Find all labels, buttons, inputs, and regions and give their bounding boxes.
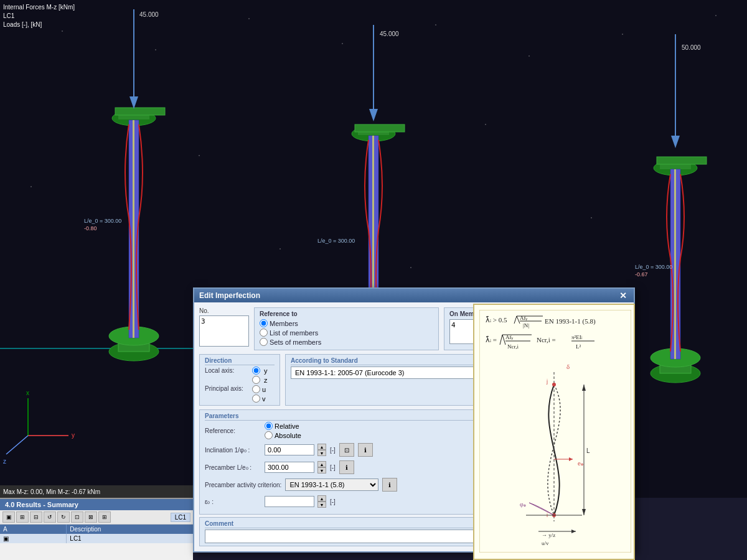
precamber-info-btn[interactable]: ℹ: [339, 460, 354, 474]
svg-point-81: [552, 383, 556, 386]
activity-select[interactable]: EN 1993-1-1 (5.8): [285, 478, 378, 491]
tb-btn-2[interactable]: ⊞: [16, 511, 29, 523]
principal-label: Principal axis:: [205, 385, 248, 392]
radio-absolute-input[interactable]: [265, 431, 273, 439]
svg-rect-29: [133, 120, 134, 338]
col-header-a: A: [0, 525, 67, 534]
radio-absolute-label: Absolute: [275, 432, 301, 439]
tb-btn-4[interactable]: ↺: [44, 511, 56, 523]
direction-section: Direction Local axis: y z Principal axis…: [199, 354, 280, 406]
svg-text:Ncr,i =: Ncr,i =: [537, 336, 556, 343]
no-label: No.: [199, 307, 249, 314]
activity-info-btn[interactable]: ℹ: [382, 478, 397, 492]
radio-v-label: v: [262, 395, 266, 403]
tb-btn-1[interactable]: ▣: [2, 511, 15, 523]
radio-v-input[interactable]: [252, 394, 260, 403]
radio-z-label: z: [264, 376, 268, 384]
svg-text:eₒ: eₒ: [578, 459, 584, 467]
svg-text:z: z: [3, 458, 6, 465]
row-label: LC1: [67, 534, 193, 543]
e0-spinner[interactable]: ▲ ▼: [317, 495, 326, 508]
viewport-labels: Internal Forces M-z [kNm] LC1 Loads [-],…: [3, 3, 75, 29]
inclination-info-btn[interactable]: ℹ: [358, 443, 373, 457]
radio-members-label: Members: [270, 320, 298, 327]
svg-point-10: [199, 155, 200, 156]
inclination-spinner[interactable]: ▲ ▼: [317, 444, 326, 456]
lc-tag[interactable]: LC1: [171, 513, 190, 522]
svg-text:45.000: 45.000: [139, 11, 159, 18]
reference-label: Reference:: [205, 427, 261, 434]
local-axis-row: Local axis: y: [205, 366, 275, 375]
tb-btn-3[interactable]: ⊟: [30, 511, 42, 523]
svg-point-14: [410, 267, 411, 268]
svg-rect-47: [657, 157, 707, 164]
tb-btn-5[interactable]: ↻: [57, 511, 70, 523]
radio-sets[interactable]: Sets of members: [260, 338, 433, 346]
svg-point-2: [155, 49, 156, 50]
svg-text:-0.67: -0.67: [635, 271, 648, 278]
tb-btn-8[interactable]: ⊞: [98, 511, 111, 523]
svg-text:L/e_0 = 300.00: L/e_0 = 300.00: [84, 218, 121, 224]
no-field-group: No. 3: [199, 307, 249, 350]
reference-to-title: Reference to: [260, 310, 433, 317]
svg-rect-27: [115, 108, 165, 115]
svg-rect-37: [355, 124, 405, 132]
status-text: Max M-z: 0.00, Min M-z: -0.67 kNm: [3, 488, 100, 495]
formula-svg: λ̄ᵢ > 0.5 Afᵧ |N| EN 1993-1-1 (5.8) λ̄ᵢ …: [479, 310, 631, 553]
activity-label: Precamber activity criterion:: [205, 482, 281, 488]
radio-list-input[interactable]: [260, 329, 268, 337]
svg-text:L/e_0 = 300.00: L/e_0 = 300.00: [635, 264, 672, 270]
principal-axis-row: Principal axis: u v: [205, 385, 275, 403]
svg-point-12: [591, 217, 592, 218]
svg-text:Ncr,i: Ncr,i: [507, 343, 519, 350]
inclination-label: Inclination 1/φ₀ :: [205, 447, 261, 454]
formula-panel: λ̄ᵢ > 0.5 Afᵧ |N| EN 1993-1-1 (5.8) λ̄ᵢ …: [473, 304, 635, 560]
inclination-input[interactable]: [265, 444, 314, 455]
radio-y-input[interactable]: [252, 366, 260, 375]
svg-text:50.000: 50.000: [682, 44, 701, 51]
radio-z-input[interactable]: [252, 376, 260, 384]
tb-btn-7[interactable]: ⊠: [85, 511, 97, 523]
precamber-label: Precamber L/e₀ :: [205, 464, 261, 471]
inclination-icon-btn[interactable]: ⊡: [339, 443, 354, 457]
svg-rect-49: [674, 169, 676, 359]
inclination-spin-down[interactable]: ▼: [317, 450, 326, 456]
svg-text:-0.80: -0.80: [84, 225, 97, 231]
svg-text:φₒ: φₒ: [520, 501, 526, 508]
radio-members[interactable]: Members: [260, 319, 433, 327]
svg-text:λ̄ᵢ > 0.5: λ̄ᵢ > 0.5: [486, 316, 507, 324]
results-toolbar[interactable]: ▣ ⊞ ⊟ ↺ ↻ ⊡ ⊠ ⊞ LC1: [0, 510, 193, 525]
status-bar: Max M-z: 0.00, Min M-z: -0.67 kNm: [0, 485, 193, 498]
svg-text:j: j: [546, 378, 548, 385]
e0-spin-up[interactable]: ▲: [317, 495, 326, 502]
dialog-close-button[interactable]: ✕: [618, 291, 629, 300]
svg-text:|N|: |N|: [523, 322, 529, 329]
radio-relative-input[interactable]: [265, 422, 273, 430]
no-input[interactable]: 3: [199, 315, 249, 347]
e0-input[interactable]: [265, 496, 314, 507]
svg-point-5: [435, 24, 436, 26]
precamber-spin-up[interactable]: ▲: [317, 461, 326, 467]
results-table-row[interactable]: ▣ LC1: [0, 534, 193, 543]
label-loads: Loads [-], [kN]: [3, 21, 75, 29]
precamber-spin-down[interactable]: ▼: [317, 467, 326, 474]
e0-spin-down[interactable]: ▼: [317, 502, 326, 508]
radio-members-input[interactable]: [260, 319, 268, 327]
label-internal-forces: Internal Forces M-z [kNm]: [3, 3, 75, 12]
radio-u-label: u: [262, 386, 266, 393]
svg-text:L²: L²: [576, 343, 581, 350]
radio-sets-input[interactable]: [260, 338, 268, 346]
svg-text:x: x: [26, 390, 29, 396]
precamber-input[interactable]: [265, 462, 314, 473]
inclination-spin-up[interactable]: ▲: [317, 444, 326, 450]
precamber-spinner[interactable]: ▲ ▼: [317, 461, 326, 474]
svg-text:45.000: 45.000: [380, 30, 399, 37]
radio-relative-label: Relative: [275, 422, 299, 430]
svg-text:δ: δ: [566, 363, 570, 370]
radio-u-input[interactable]: [252, 385, 260, 393]
results-table-header: A Description: [0, 525, 193, 534]
inclination-unit: [-]: [330, 447, 336, 454]
tb-btn-6[interactable]: ⊡: [71, 511, 83, 523]
svg-text:L/e_0 = 300.00: L/e_0 = 300.00: [317, 238, 355, 244]
radio-list[interactable]: List of members: [260, 329, 433, 337]
